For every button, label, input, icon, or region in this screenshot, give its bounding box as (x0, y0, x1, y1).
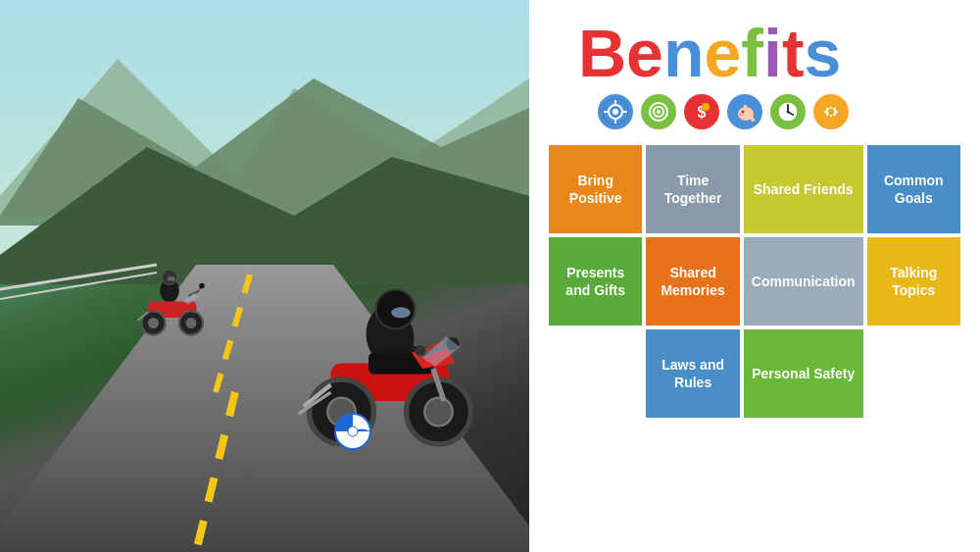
piggy-bank-icon (727, 94, 762, 129)
tile-common-goals[interactable]: Common Goals (867, 145, 960, 233)
tile-shared-memories[interactable]: Shared Memories (646, 237, 739, 326)
medical-icon (598, 94, 633, 129)
motorcycle-image (0, 0, 529, 552)
letter-f: f (741, 20, 763, 86)
svg-point-39 (348, 427, 358, 436)
letter-n: n (663, 20, 705, 86)
benefits-title: B e n e f i t s (578, 20, 841, 86)
gear-icon (813, 94, 849, 129)
svg-point-12 (148, 318, 159, 328)
letter-s: s (805, 20, 842, 86)
letter-e2: e (704, 20, 741, 86)
tile-laws-rules[interactable]: Laws and Rules (646, 329, 739, 418)
tile-communication[interactable]: Communication (744, 237, 863, 326)
tile-empty-2 (867, 329, 960, 418)
svg-point-67 (787, 111, 790, 114)
clock-icon (770, 94, 806, 129)
tile-empty-1 (549, 329, 642, 418)
svg-point-14 (186, 318, 197, 328)
target-icon (641, 94, 676, 129)
tile-personal-safety[interactable]: Personal Safety (744, 329, 863, 418)
svg-point-17 (199, 283, 205, 289)
letter-i: i (763, 20, 782, 86)
tile-talking-topics[interactable]: Talking Topics (867, 237, 960, 326)
letter-e1: e (626, 20, 663, 86)
svg-point-44 (612, 109, 618, 115)
icons-row: $ (598, 94, 849, 129)
svg-point-58 (742, 111, 745, 114)
tiles-grid: Bring Positive Time Together Shared Frie… (549, 145, 960, 418)
svg-point-55 (702, 103, 710, 111)
tile-shared-friends[interactable]: Shared Friends (744, 145, 863, 233)
svg-point-59 (739, 114, 744, 117)
letter-b: B (578, 20, 626, 86)
tile-bring-positive[interactable]: Bring Positive (549, 145, 642, 233)
tile-presents-gifts[interactable]: Presents and Gifts (549, 237, 642, 326)
svg-point-37 (415, 345, 425, 356)
svg-point-52 (657, 110, 661, 114)
svg-rect-60 (744, 105, 747, 109)
money-icon: $ (684, 94, 719, 129)
svg-point-9 (168, 276, 175, 280)
svg-point-69 (828, 109, 834, 115)
svg-point-30 (424, 398, 453, 427)
right-panel: B e n e f i t s (529, 0, 980, 552)
tile-time-together[interactable]: Time Together (646, 145, 739, 233)
svg-point-22 (391, 307, 411, 318)
letter-t: t (782, 20, 805, 86)
